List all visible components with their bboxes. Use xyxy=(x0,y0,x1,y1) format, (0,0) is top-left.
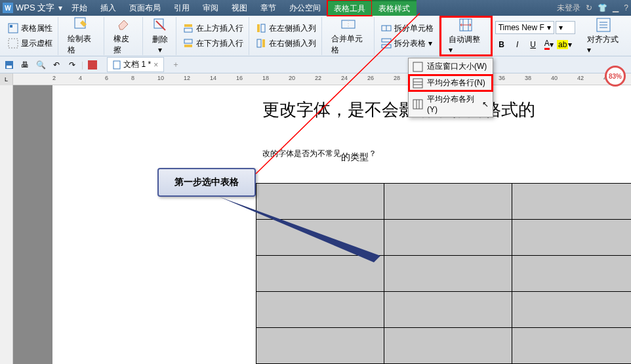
bold-button[interactable]: B xyxy=(495,38,508,51)
table-cell[interactable] xyxy=(256,184,384,220)
btn-show-border[interactable]: 显示虚框 xyxy=(5,37,55,51)
redo-button[interactable]: ↷ xyxy=(66,58,79,71)
group-insert: 在上方插入行 在下方插入行 xyxy=(178,17,249,55)
tab-layout[interactable]: 页面布局 xyxy=(123,0,167,16)
label: 在上方插入行 xyxy=(196,23,243,34)
btn-insert-above[interactable]: 在上方插入行 xyxy=(180,22,246,35)
menu-distribute-rows[interactable]: 平均分布各行(N) xyxy=(409,75,493,91)
tab-view[interactable]: 视图 xyxy=(225,0,254,16)
table-cell[interactable] xyxy=(256,328,384,364)
document-tab[interactable]: 文档 1 * × xyxy=(107,57,164,72)
app-name: WPS 文字 xyxy=(16,2,54,14)
login-status[interactable]: 未登录 xyxy=(557,3,580,14)
highlight-button[interactable]: ab▾ xyxy=(558,38,571,51)
merge-icon xyxy=(340,16,356,32)
body-line-2[interactable]: 改的字体是否为不常见的类型？ xyxy=(262,141,631,163)
table-cell[interactable] xyxy=(384,220,512,256)
btn-merge[interactable]: 合并单元格 xyxy=(326,18,372,54)
tab-review[interactable]: 审阅 xyxy=(196,0,225,16)
group-split: 拆分单元格 拆分表格 ▾ xyxy=(376,17,439,55)
btn-insert-right[interactable]: 在右侧插入列 xyxy=(253,37,319,51)
font-size-selector[interactable]: ▾ xyxy=(556,21,575,34)
table-row[interactable] xyxy=(256,292,632,328)
zoom-indicator[interactable]: 83% xyxy=(605,66,626,87)
min-icon[interactable]: ▁ xyxy=(613,3,619,12)
table-cell[interactable] xyxy=(512,184,632,220)
label: 平均分布各列(Y) xyxy=(427,94,477,114)
table-row[interactable] xyxy=(256,220,632,256)
btn-split-table[interactable]: 拆分表格 ▾ xyxy=(378,37,436,51)
font-color-button[interactable]: A▾ xyxy=(542,38,556,51)
group-auto-adjust: 自动调整 ▾ xyxy=(441,17,491,55)
menu-distribute-cols[interactable]: 平均分布各列(Y)↖ xyxy=(409,91,493,117)
split-cell-icon xyxy=(381,23,392,33)
btn-auto-adjust[interactable]: 自动调整 ▾ xyxy=(443,18,487,54)
btn-insert-below[interactable]: 在下方插入行 xyxy=(180,37,246,51)
text: ？ xyxy=(369,149,377,158)
table-cell[interactable] xyxy=(384,292,512,328)
font-selector[interactable]: Times New F▾ xyxy=(495,21,554,34)
table-row[interactable] xyxy=(256,256,632,292)
label: 绘制表格 xyxy=(68,33,96,56)
print-button[interactable]: 🖶 xyxy=(18,58,31,71)
insert-below-icon xyxy=(183,38,193,49)
group-eraser: 橡皮擦 xyxy=(106,17,143,55)
btn-insert-left[interactable]: 在左侧插入列 xyxy=(253,22,319,35)
tab-insert[interactable]: 插入 xyxy=(94,0,123,16)
table-cell[interactable] xyxy=(256,292,384,328)
table-cell[interactable] xyxy=(512,292,632,328)
btn-split-cell[interactable]: 拆分单元格 xyxy=(378,22,436,35)
underline-button[interactable]: U xyxy=(527,38,540,51)
tab-office[interactable]: 办公空间 xyxy=(283,0,327,16)
table-cell[interactable] xyxy=(384,328,512,364)
table-cell[interactable] xyxy=(256,256,384,292)
inserted-table[interactable] xyxy=(256,183,631,364)
btn-eraser[interactable]: 橡皮擦 xyxy=(108,18,140,54)
table-cell[interactable] xyxy=(256,220,384,256)
label: 拆分单元格 xyxy=(394,23,434,34)
doc-icon xyxy=(113,60,121,70)
btn-table-properties[interactable]: 表格属性 xyxy=(5,22,55,35)
table-cell[interactable] xyxy=(384,256,512,292)
table-row[interactable] xyxy=(256,184,632,220)
tab-reference[interactable]: 引用 xyxy=(167,0,196,16)
label: 橡皮擦 xyxy=(113,33,134,56)
table-cell[interactable] xyxy=(512,220,632,256)
tab-table-style[interactable]: 表格样式 xyxy=(372,0,417,16)
doc-title: 文档 1 * xyxy=(123,59,151,70)
save-button[interactable] xyxy=(3,58,16,71)
menu-fit-window[interactable]: 适应窗口大小(W) xyxy=(409,58,493,75)
help-icon[interactable]: ? xyxy=(624,3,628,12)
skin-icon[interactable]: 👕 xyxy=(598,3,607,12)
table-row[interactable] xyxy=(256,328,632,364)
auto-adjust-icon xyxy=(458,17,474,33)
svg-rect-19 xyxy=(382,45,391,48)
tab-start[interactable]: 开始 xyxy=(65,0,94,16)
close-tab-icon[interactable]: × xyxy=(153,60,158,70)
group-table-props: 表格属性 显示虚框 xyxy=(3,17,58,55)
btn-align[interactable]: 对齐方式 ▾ xyxy=(582,18,626,54)
refresh-icon[interactable]: ↻ xyxy=(586,3,592,12)
chevron-down-icon: ▾ xyxy=(547,23,551,32)
table-props-icon xyxy=(8,23,18,33)
table-cell[interactable] xyxy=(512,328,632,364)
chevron-down-icon: ▾ xyxy=(559,23,563,32)
vertical-ruler[interactable] xyxy=(0,85,13,364)
cursor-icon: ↖ xyxy=(482,100,489,109)
app-menu-dropdown-icon[interactable]: ▾ xyxy=(58,3,62,12)
tab-table-tools[interactable]: 表格工具 xyxy=(327,0,372,16)
btn-draw-table[interactable]: 绘制表格 xyxy=(62,18,101,54)
group-draw: 绘制表格 xyxy=(60,17,104,55)
document-area[interactable]: 更改字体，是不会影响下标的格式的 改的字体是否为不常见的类型？ xyxy=(13,85,631,364)
italic-button[interactable]: I xyxy=(511,38,524,51)
tab-chapter[interactable]: 章节 xyxy=(254,0,283,16)
horizontal-ruler[interactable]: L 24681012141618202224262830323436384042… xyxy=(0,73,631,85)
new-tab-button[interactable]: ＋ xyxy=(169,58,182,71)
svg-rect-2 xyxy=(9,39,18,48)
btn-delete[interactable]: 删除▾ xyxy=(147,18,173,54)
wps-home-button[interactable] xyxy=(86,58,99,71)
preview-button[interactable]: 🔍 xyxy=(34,58,47,71)
undo-button[interactable]: ↶ xyxy=(50,58,63,71)
table-cell[interactable] xyxy=(384,184,512,220)
table-cell[interactable] xyxy=(512,256,632,292)
